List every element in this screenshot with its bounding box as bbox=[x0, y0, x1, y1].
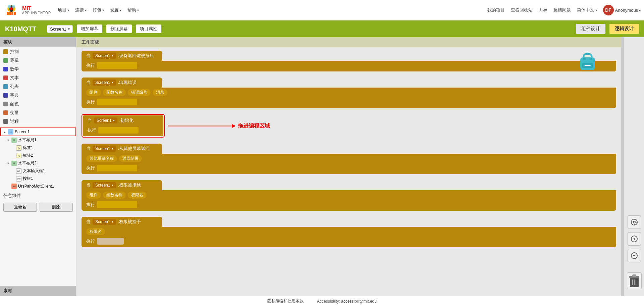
math-color-icon bbox=[3, 67, 8, 71]
feedback-link[interactable]: 反馈问题 bbox=[553, 7, 571, 13]
textinput1-label: 文本输入框1 bbox=[23, 168, 45, 174]
user-menu[interactable]: Anonymous bbox=[615, 8, 641, 13]
tree-item-hlayout2[interactable]: ▾ H 水平布局2 bbox=[0, 159, 76, 167]
sidebar-item-math[interactable]: 数学 bbox=[0, 65, 76, 73]
design-button[interactable]: 组件设计 bbox=[576, 24, 605, 34]
sidebar-item-logic[interactable]: 逻辑 bbox=[0, 56, 76, 65]
logic-button[interactable]: 逻辑设计 bbox=[609, 24, 639, 34]
menu-project[interactable]: 项目 bbox=[58, 7, 69, 13]
block-back-key-slot bbox=[97, 62, 137, 69]
block-perm-granted-body: 执行 bbox=[82, 237, 616, 247]
label1-icon: A bbox=[16, 145, 21, 151]
hlayout1-expand-icon[interactable]: ▾ bbox=[6, 138, 10, 142]
logo-text: MIT APP INVENTOR bbox=[22, 5, 51, 15]
accessibility-text: Accessibility: accessibility.mit.edu bbox=[317, 299, 377, 304]
remove-screen-button[interactable]: 删除屏幕 bbox=[106, 24, 132, 33]
block-return-pills: 其他屏幕名称 返回结果 bbox=[82, 154, 616, 163]
guide-link[interactable]: 向导 bbox=[539, 7, 547, 13]
svg-rect-15 bbox=[583, 58, 586, 60]
backpack-area bbox=[578, 51, 598, 75]
label1-label: 标签1 bbox=[23, 145, 33, 151]
sidebar-materials-header: 素材 bbox=[0, 286, 76, 296]
button1-icon: btn bbox=[16, 176, 21, 182]
screen-selector[interactable]: Screen1 ▾ bbox=[47, 25, 72, 33]
dict-label: 字典 bbox=[10, 92, 19, 98]
menu-build[interactable]: 打包 bbox=[93, 7, 104, 13]
mqtt-label: UrsPahoMqttClient1 bbox=[18, 184, 54, 189]
menu-help[interactable]: 帮助 bbox=[127, 7, 139, 13]
text-color-icon bbox=[3, 75, 8, 80]
tree-item-label2[interactable]: A 标签2 bbox=[0, 152, 76, 159]
tree-item-hlayout1[interactable]: ▾ H 水平布局1 bbox=[0, 136, 76, 144]
zoom-in-icon[interactable] bbox=[628, 232, 641, 246]
tree-item-button1[interactable]: btn 按钮1 bbox=[0, 175, 76, 183]
block-error-hat[interactable]: 当 Screen1 ▾ .出现错误 bbox=[82, 78, 162, 88]
screen1-icon: □ bbox=[8, 129, 13, 135]
color-color-icon bbox=[3, 102, 8, 106]
pill-message: 消息 bbox=[153, 89, 167, 96]
block-perm-granted-hat[interactable]: 当 Screen1 ▾ .权限被授予 bbox=[82, 217, 162, 227]
textinput1-icon: ab bbox=[16, 168, 21, 174]
trash-icon[interactable] bbox=[627, 272, 642, 289]
menu-settings[interactable]: 设置 bbox=[110, 7, 121, 13]
block-return-execute: 执行 bbox=[86, 165, 611, 171]
accessibility-link[interactable]: accessibility.mit.edu bbox=[341, 299, 377, 304]
block-return-body: 执行 bbox=[82, 163, 616, 174]
add-screen-button[interactable]: 增加屏幕 bbox=[77, 24, 102, 33]
lang-selector[interactable]: 简体中文 bbox=[577, 7, 597, 13]
dict-color-icon bbox=[3, 93, 8, 98]
screen1-dropdown-6[interactable]: Screen1 ▾ bbox=[93, 219, 116, 225]
target-icon[interactable] bbox=[628, 215, 641, 229]
block-perm-denied-hat[interactable]: 当 Screen1 ▾ .权限被拒绝 bbox=[82, 180, 162, 190]
block-init-slot bbox=[98, 127, 139, 134]
label2-expand-icon bbox=[11, 154, 15, 158]
view-collect-link[interactable]: 查看回收站 bbox=[511, 7, 533, 13]
tree-item-screen1[interactable]: ▸ □ Screen1 bbox=[0, 128, 76, 136]
block-init-hat[interactable]: 当 Screen1 ▾ .初始化 bbox=[83, 115, 163, 125]
pill-permname-2: 权限名 bbox=[86, 228, 105, 235]
arrow-text: 拖进编程区域 bbox=[238, 122, 270, 130]
zoom-out-icon[interactable] bbox=[628, 249, 641, 262]
hlayout2-expand-icon[interactable]: ▾ bbox=[6, 161, 10, 165]
my-projects-link[interactable]: 我的项目 bbox=[487, 7, 505, 13]
sidebar-item-list[interactable]: 列表 bbox=[0, 82, 76, 91]
block-perm-granted: 当 Screen1 ▾ .权限被授予 权限名 执行 bbox=[82, 217, 616, 247]
tree-item-label1[interactable]: A 标签1 bbox=[0, 144, 76, 152]
right-panel bbox=[624, 37, 644, 296]
delete-button[interactable]: 删除 bbox=[40, 203, 73, 212]
project-bar: K10MQTT Screen1 ▾ 增加屏幕 删除屏幕 项目属性 组件设计 逻辑… bbox=[0, 20, 644, 37]
tree-item-textinput1[interactable]: ab 文本输入框1 bbox=[0, 167, 76, 175]
sidebar-item-color[interactable]: 颜色 bbox=[0, 100, 76, 108]
privacy-link[interactable]: 隐私策略和使用条款 bbox=[267, 298, 304, 304]
control-color-icon bbox=[3, 49, 8, 54]
svg-point-18 bbox=[633, 221, 635, 223]
sidebar-item-dict[interactable]: 字典 bbox=[0, 91, 76, 100]
button1-expand-icon bbox=[11, 177, 15, 181]
sidebar-item-proc[interactable]: 过程 bbox=[0, 117, 76, 126]
block-return-hat[interactable]: 当 Screen1 ▾ .从其他屏幕返回 bbox=[82, 144, 162, 154]
block-back-key-hat[interactable]: 当 Screen1 ▾ .设备返回键被按压 bbox=[82, 51, 162, 61]
screen1-dropdown-4[interactable]: Screen1 ▾ bbox=[93, 146, 116, 152]
block-init-wrapper: 当 Screen1 ▾ .初始化 执行 bbox=[82, 114, 165, 138]
screen1-dropdown-2[interactable]: Screen1 ▾ bbox=[93, 80, 116, 86]
svg-point-5 bbox=[10, 7, 13, 10]
workbench-content[interactable]: 当 Screen1 ▾ .设备返回键被按压 执行 当 Screen1 ▾ .出现… bbox=[76, 47, 621, 296]
list-color-icon bbox=[3, 84, 8, 89]
sidebar-item-any-component[interactable]: 任意组件 bbox=[0, 191, 76, 200]
screen1-dropdown-3[interactable]: Screen1 ▾ bbox=[94, 117, 117, 123]
pill-component-2: 组件 bbox=[86, 192, 101, 199]
screen1-dropdown-5[interactable]: Screen1 ▾ bbox=[93, 182, 116, 188]
workbench-scrollbar[interactable] bbox=[621, 37, 624, 296]
hlayout2-label: 水平布局2 bbox=[18, 160, 37, 166]
sidebar-item-text[interactable]: 文本 bbox=[0, 73, 76, 82]
sidebar-item-control[interactable]: 控制 bbox=[0, 47, 76, 56]
sidebar-item-var[interactable]: 变量 bbox=[0, 108, 76, 117]
screen1-dropdown-1[interactable]: Screen1 ▾ bbox=[93, 53, 116, 59]
screen1-expand-icon[interactable]: ▸ bbox=[3, 130, 7, 134]
backpack-icon[interactable] bbox=[578, 51, 598, 74]
rename-button[interactable]: 重命名 bbox=[3, 203, 37, 212]
pill-return-result: 返回结果 bbox=[119, 155, 142, 162]
tree-item-mqtt[interactable]: URS UrsPahoMqttClient1 bbox=[0, 183, 76, 190]
menu-connect[interactable]: 连接 bbox=[75, 7, 87, 13]
project-props-button[interactable]: 项目属性 bbox=[136, 24, 161, 33]
